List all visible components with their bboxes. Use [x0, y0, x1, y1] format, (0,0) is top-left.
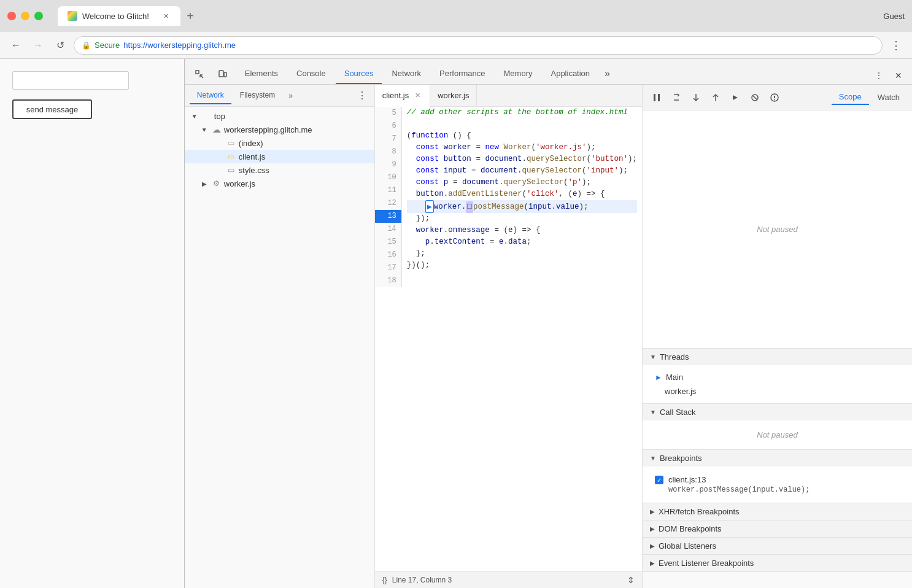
event-listener-section: ▶ Event Listener Breakpoints: [643, 555, 912, 572]
call-stack-not-paused: Not paused: [650, 425, 905, 444]
minimize-button[interactable]: [21, 12, 29, 20]
fp-more-button[interactable]: »: [284, 88, 298, 104]
line-num-13: 13: [375, 210, 401, 223]
code-tab-client-js[interactable]: client.js ✕: [375, 85, 430, 107]
tab-elements[interactable]: Elements: [236, 64, 287, 84]
browser-menu-button[interactable]: ⋮: [887, 37, 905, 54]
line-numbers: 5 6 7 8 9 10 11 12 13 14 15: [375, 107, 402, 287]
code-view[interactable]: 5 6 7 8 9 10 11 12 13 14 15: [375, 107, 642, 571]
tab-memory[interactable]: Memory: [495, 64, 541, 84]
breakpoint-checkbox-0[interactable]: ✓: [655, 476, 663, 484]
breakpoint-item-0: ✓ client.js:13 worker.postMessage(input.…: [650, 471, 905, 498]
format-button[interactable]: {}: [382, 576, 387, 584]
code-status-bar: {} Line 17, Column 3 ⇕: [375, 571, 642, 588]
device-toolbar-button[interactable]: [213, 64, 233, 84]
browser-window: Welcome to Glitch! ✕ + Guest ← → ↺ 🔒 Sec…: [0, 0, 912, 588]
fp-tab-network[interactable]: Network: [190, 87, 231, 104]
close-button[interactable]: [7, 12, 16, 20]
watch-tab[interactable]: Watch: [870, 90, 907, 104]
deactivate-breakpoints-button[interactable]: [746, 88, 764, 107]
send-message-button[interactable]: send message: [12, 99, 92, 119]
tab-performance[interactable]: Performance: [431, 64, 493, 84]
breakpoints-label: Breakpoints: [660, 454, 702, 463]
tab-close-button[interactable]: ✕: [161, 11, 171, 21]
nav-bar: ← → ↺ 🔒 Secure https://workerstepping.gl…: [0, 32, 912, 59]
thread-main[interactable]: ► Main: [650, 370, 905, 384]
code-line-7: (function () {: [407, 130, 637, 142]
global-header[interactable]: ▶ Global Listeners: [643, 538, 912, 554]
address-bar[interactable]: 🔒 Secure https://workerstepping.glitch.m…: [74, 36, 883, 55]
devtools-body: Network Filesystem » ⋮ ▼ top: [185, 85, 912, 588]
cursor-position: Line 17, Column 3: [392, 576, 627, 584]
tab-sources[interactable]: Sources: [336, 64, 382, 84]
dom-header[interactable]: ▶ DOM Breakpoints: [643, 520, 912, 537]
breakpoints-body: ✓ client.js:13 worker.postMessage(input.…: [643, 466, 912, 503]
code-line-6: [407, 118, 637, 130]
pretty-print-button[interactable]: ⇕: [627, 575, 635, 585]
more-tabs-button[interactable]: »: [600, 63, 615, 84]
secure-icon: 🔒: [82, 41, 91, 50]
tree-item-client-js[interactable]: ▶ ▭ client.js: [185, 150, 374, 163]
call-stack-body: Not paused: [643, 420, 912, 449]
customize-devtools-button[interactable]: ⋮: [870, 67, 887, 84]
dom-arrow: ▶: [650, 525, 655, 532]
file-icon-style-css: ▭: [226, 165, 236, 175]
tree-item-top[interactable]: ▼ top: [185, 109, 374, 123]
code-tab-worker-js[interactable]: worker.js: [430, 85, 477, 107]
global-arrow: ▶: [650, 543, 655, 549]
secure-label: Secure: [95, 41, 120, 50]
code-line-17: };: [407, 248, 637, 260]
threads-header[interactable]: ▼ Threads: [643, 349, 912, 365]
message-input[interactable]: [12, 71, 129, 90]
code-line-18: })();: [407, 260, 637, 271]
code-line-5: // add other scripts at the bottom of in…: [407, 107, 637, 118]
new-tab-button[interactable]: +: [180, 6, 200, 26]
debug-toolbar: Scope Watch: [643, 85, 912, 110]
forward-button[interactable]: →: [29, 37, 47, 54]
xhr-fetch-header[interactable]: ▶ XHR/fetch Breakpoints: [643, 503, 912, 520]
tab-console[interactable]: Console: [288, 64, 334, 84]
tab-application[interactable]: Application: [542, 64, 598, 84]
step-over-button[interactable]: [667, 88, 686, 107]
debug-sections: ▼ Threads ► Main worker.js: [643, 349, 912, 588]
thread-worker[interactable]: worker.js: [650, 384, 905, 398]
thread-arrow-main: ►: [655, 373, 662, 382]
step-button[interactable]: [726, 88, 744, 107]
tree-item-style-css[interactable]: ▶ ▭ style.css: [185, 163, 374, 177]
svg-rect-0: [196, 71, 199, 74]
fp-menu-button[interactable]: ⋮: [355, 88, 369, 103]
scope-tab[interactable]: Scope: [832, 90, 869, 105]
maximize-button[interactable]: [34, 12, 43, 20]
not-paused-label: Not paused: [757, 225, 798, 234]
code-tab-close-client[interactable]: ✕: [412, 91, 422, 101]
inspect-element-button[interactable]: [190, 64, 209, 84]
step-into-button[interactable]: [687, 88, 705, 107]
tree-label-worker-js: worker.js: [224, 179, 255, 188]
line-num-5: 5: [375, 107, 401, 120]
code-tab-label-worker: worker.js: [438, 91, 469, 100]
tree-arrow-domain: ▼: [199, 126, 209, 133]
event-listener-arrow: ▶: [650, 560, 655, 567]
pause-on-exceptions-button[interactable]: [765, 88, 784, 107]
gear-icon: ⚙: [212, 179, 222, 188]
breakpoints-header[interactable]: ▼ Breakpoints: [643, 450, 912, 466]
fp-tab-filesystem[interactable]: Filesystem: [233, 87, 282, 104]
pause-resume-button[interactable]: [647, 88, 666, 107]
tab-network[interactable]: Network: [383, 64, 430, 84]
reload-button[interactable]: ↺: [52, 37, 69, 54]
dom-label: DOM Breakpoints: [659, 524, 722, 533]
line-num-6: 6: [375, 120, 401, 133]
active-tab[interactable]: Welcome to Glitch! ✕: [58, 6, 180, 26]
tree-item-domain[interactable]: ▼ ☁ workerstepping.glitch.me: [185, 123, 374, 136]
tab-favicon: [68, 11, 77, 21]
call-stack-header[interactable]: ▼ Call Stack: [643, 404, 912, 420]
back-button[interactable]: ←: [7, 37, 25, 54]
tree-arrow-worker: ▶: [199, 180, 209, 187]
step-out-button[interactable]: [706, 88, 725, 107]
code-line-13: ▶worker.□postMessage(input.value);: [407, 200, 637, 213]
event-listener-header[interactable]: ▶ Event Listener Breakpoints: [643, 555, 912, 571]
content-area: send message Elements Console: [0, 59, 912, 588]
tree-item-worker-js[interactable]: ▶ ⚙ worker.js: [185, 177, 374, 190]
close-devtools-button[interactable]: ✕: [890, 67, 907, 84]
tree-item-index[interactable]: ▶ ▭ (index): [185, 136, 374, 150]
